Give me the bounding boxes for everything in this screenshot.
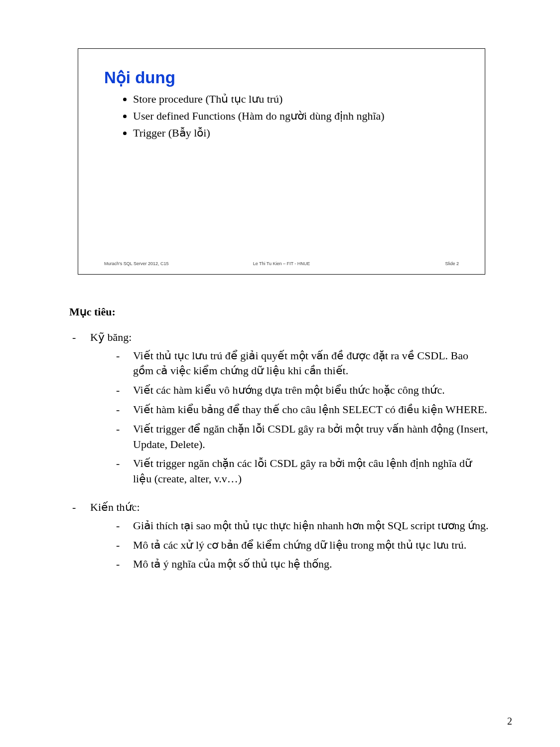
list-item: Viết hàm kiểu bảng để thay thế cho câu l… xyxy=(113,402,491,418)
slide-item: Trigger (Bẫy lỗi) xyxy=(133,125,459,141)
section-heading: Mục tiêu: xyxy=(69,304,491,320)
subsection-label: Kỹ băng: xyxy=(90,330,491,345)
list-item: Giải thích tại sao một thủ tục thực hiện… xyxy=(113,518,491,534)
top-list: Kỹ băng: Viết thủ tục lưu trú để giải qu… xyxy=(69,330,491,572)
list-item: Kỹ băng: Viết thủ tục lưu trú để giải qu… xyxy=(69,330,491,487)
slide-footer-center: Le Thi Tu Kien – FIT - HNUE xyxy=(222,261,340,266)
list-item: Viết các hàm kiểu vô hướng dựa trên một … xyxy=(113,383,491,398)
subsection-label: Kiến thức: xyxy=(90,500,491,515)
slide-item: User defined Functions (Hàm do người dùn… xyxy=(133,108,459,124)
inner-list: Giải thích tại sao một thủ tục thực hiện… xyxy=(113,518,491,572)
slide-title: Nội dung xyxy=(104,68,459,87)
list-item: Kiến thức: Giải thích tại sao một thủ tụ… xyxy=(69,500,491,572)
inner-list: Viết thủ tục lưu trú để giải quyết một v… xyxy=(113,348,491,487)
list-item: Mô tả các xử lý cơ bản để kiểm chứng dữ … xyxy=(113,538,491,553)
list-item: Viết trigger để ngăn chặn lỗi CSDL gây r… xyxy=(113,422,491,452)
list-item: Mô tả ý nghĩa của một số thủ tục hệ thốn… xyxy=(113,557,491,572)
slide-footer: Murach's SQL Server 2012, C15 Le Thi Tu … xyxy=(104,261,459,266)
slide-box: Nội dung Store procedure (Thủ tục lưu tr… xyxy=(78,48,485,275)
list-item: Viết thủ tục lưu trú để giải quyết một v… xyxy=(113,348,491,379)
slide-item: Store procedure (Thủ tục lưu trú) xyxy=(133,91,459,107)
list-item: Viết trigger ngăn chặn các lỗi CSDL gây … xyxy=(113,456,491,487)
page-number: 2 xyxy=(507,716,512,727)
slide-bullet-list: Store procedure (Thủ tục lưu trú) User d… xyxy=(133,91,459,141)
slide-footer-right: Slide 2 xyxy=(341,261,459,266)
document-body: Mục tiêu: Kỹ băng: Viết thủ tục lưu trú … xyxy=(69,304,491,585)
slide-footer-left: Murach's SQL Server 2012, C15 xyxy=(104,261,222,266)
